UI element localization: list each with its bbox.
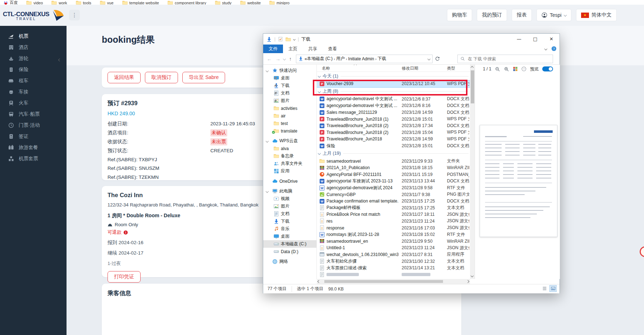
vertical-scroll-thumb[interactable] — [471, 70, 474, 103]
address-dropdown-icon[interactable] — [428, 57, 430, 60]
file-row[interactable] — [317, 271, 470, 278]
action-button-1[interactable]: 取消预订 — [145, 72, 178, 83]
close-button[interactable]: ✕ — [543, 34, 559, 44]
language-button[interactable]: ★简体中文 — [576, 9, 617, 21]
header-button-0[interactable]: 购物车 — [447, 9, 472, 21]
action-button-0[interactable]: 返回结果 — [108, 72, 141, 83]
tree-item-OneDrive[interactable]: OneDrive — [263, 177, 316, 185]
column-header-名称[interactable]: 名称 — [322, 66, 330, 71]
file-row[interactable]: PTraveleadBrochure_Jun2018 (1)2023/12/8 … — [317, 116, 470, 122]
group-header[interactable]: 上周 (8) — [317, 87, 470, 96]
tree-item-air[interactable]: air — [263, 112, 316, 120]
file-row[interactable]: AgencyPortal BFF-202111012023/11/1 15:19… — [317, 171, 470, 178]
tree-item-本地磁盘 (C:)[interactable]: 本地磁盘 (C:) — [263, 240, 316, 248]
bookmark-item[interactable]: website — [240, 0, 261, 5]
tree-item-下载[interactable]: 下载 — [263, 218, 316, 225]
breadcrumb-segment[interactable]: Initiate Admin — [348, 56, 374, 61]
tree-item-文档[interactable]: 文档 — [263, 89, 316, 97]
horizontal-scroll-thumb[interactable] — [324, 280, 443, 283]
file-row[interactable]: {}response2023/11/16 17:03JSON 源文件 — [317, 224, 470, 231]
file-row[interactable]: Wagencyportal-demotravel 中文测试 ...2023/12… — [317, 102, 470, 109]
tree-item-备忘录[interactable]: 备忘录 — [263, 152, 316, 160]
tree-chevron-icon[interactable] — [266, 190, 269, 192]
header-button-1[interactable]: 我的预订 — [477, 9, 507, 21]
sidebar-item-train[interactable]: 火车 — [0, 97, 67, 108]
minimize-button[interactable]: — — [511, 34, 527, 44]
tree-item-网络[interactable]: 网络 — [263, 258, 316, 265]
maximize-button[interactable]: □ — [527, 34, 543, 44]
print-voucher-button[interactable]: 打印凭证 — [108, 271, 141, 283]
file-row[interactable]: Wagencyportal-demotrave测试 20242023/11/28… — [317, 185, 470, 191]
tree-chevron-icon[interactable] — [266, 139, 269, 142]
file-row[interactable]: Package邮件模板2023/11/15 17:25文本文档 — [317, 205, 470, 211]
file-row[interactable]: Wagencyportal 车接测试 2023-11-132023/11/13 … — [317, 178, 470, 185]
qat-properties-icon[interactable] — [278, 37, 283, 42]
sidebar-item-cruise[interactable]: 游轮 — [0, 53, 67, 64]
bookmark-item[interactable]: video — [26, 0, 43, 5]
file-row[interactable]: Currency=GBP2023/11/7 9:38PNG 图片文件 — [317, 191, 470, 198]
file-row[interactable]: sesamedoortravel_en2023/11/29 9:50WinRAR… — [317, 238, 470, 245]
breadcrumb-segment[interactable]: 下载 — [378, 56, 386, 62]
file-row[interactable]: 火车票接口描述-搜索2023/11/14 13:21文本文档 — [317, 265, 470, 271]
group-chevron-icon[interactable] — [318, 75, 321, 78]
column-header-类型[interactable]: 类型 — [447, 66, 455, 71]
help-icon[interactable]: ? — [551, 46, 557, 51]
file-row[interactable]: WPackage confirmation email template...2… — [317, 198, 470, 205]
group-chevron-icon[interactable] — [318, 152, 321, 155]
qat-newfolder-icon[interactable] — [286, 37, 291, 42]
sidebar-item-transfer-car[interactable]: 车接 — [0, 86, 67, 97]
scroll-down-icon[interactable] — [471, 274, 474, 277]
large-icons-view-icon[interactable] — [549, 285, 557, 292]
explorer-titlebar[interactable]: | | 下载 — □ ✕ — [263, 34, 559, 45]
tree-item-文档[interactable]: 文档 — [263, 210, 316, 218]
ribbon-tab-主页[interactable]: 主页 — [283, 45, 303, 53]
tree-item-音乐[interactable]: 音乐 — [263, 225, 316, 233]
history-dropdown-icon[interactable] — [283, 57, 286, 60]
sidebar-item-plane[interactable]: 机票 — [0, 31, 67, 42]
sidebar-item-flight-pass[interactable]: 机票套票 — [0, 153, 67, 164]
ribbon-tab-共享[interactable]: 共享 — [303, 45, 323, 53]
file-row[interactable]: Wroomstays 测试 2023-11-282023/11/28 15:02… — [317, 231, 470, 238]
brand-logo[interactable]: CTL-CONNEXUS TRAVEL — [3, 7, 67, 25]
group-header[interactable]: 今天 (1) — [317, 72, 470, 80]
file-row[interactable]: wechat_devtools_1.06.2310080_win32...202… — [317, 251, 470, 258]
scroll-left-icon[interactable] — [318, 280, 320, 283]
header-menu-button[interactable]: ⋮ — [69, 10, 80, 20]
refresh-icon[interactable] — [435, 56, 440, 61]
bookmark-item[interactable]: study — [215, 0, 232, 5]
tree-item-translate[interactable]: translate — [263, 127, 316, 135]
tree-item-桌面[interactable]: 桌面 — [263, 74, 316, 82]
bookmark-item[interactable]: work — [51, 0, 67, 5]
bookmark-item[interactable]: minipro — [269, 0, 289, 5]
tree-item-共享文件夹[interactable]: 共享文件夹 — [263, 160, 316, 167]
vertical-scrollbar[interactable] — [470, 65, 475, 279]
file-row[interactable]: W保险2023/12/8 15:01DOCX 文档 — [317, 143, 470, 149]
sidebar-item-visa[interactable]: 签证 — [0, 131, 67, 142]
tree-item-此电脑[interactable]: 此电脑 — [263, 187, 316, 195]
search-input[interactable] — [467, 56, 543, 62]
address-bar[interactable]: « 本地磁盘 (C:)›用户›Initiate Admin›下载 — [296, 55, 433, 63]
tree-item-activities[interactable]: activities — [263, 104, 316, 112]
file-row[interactable]: {}Untitled-12023/11/23 11:24JSON 源文件 — [317, 245, 470, 251]
details-view-icon[interactable] — [541, 285, 548, 292]
group-header[interactable]: 上月 (19) — [317, 149, 470, 158]
scroll-right-icon[interactable] — [466, 280, 469, 283]
header-button-2[interactable]: 报表 — [512, 9, 532, 21]
page-layout-icon[interactable] — [513, 66, 518, 71]
up-icon[interactable]: ↑ — [289, 56, 292, 62]
file-row[interactable]: {}Price&Book Price not match2023/11/27 1… — [317, 211, 470, 218]
file-row[interactable]: 2021A_10_Publication2023/11/8 18:15WinRA… — [317, 164, 470, 171]
sidebar-item-hotel[interactable]: 酒店 — [0, 42, 67, 53]
tree-item-alva[interactable]: alva — [263, 145, 316, 152]
file-row[interactable]: WTraveleadBrochure_Jun2018 (2)2023/12/8 … — [317, 122, 470, 129]
file-row[interactable]: PVoucher-29392023/12/12 10:45WPS PDF 文..… — [317, 80, 470, 87]
group-chevron-icon[interactable] — [318, 90, 321, 93]
sidebar-item-rental-car[interactable]: 租车 — [0, 75, 67, 86]
zoom-out-icon[interactable] — [495, 66, 500, 72]
info-icon[interactable] — [123, 230, 128, 235]
tree-item-Data (D:)[interactable]: Data (D:) — [263, 248, 316, 255]
qat-customize-icon[interactable] — [293, 38, 296, 40]
sidebar-item-travel-package[interactable]: 旅游套餐 — [0, 142, 67, 153]
sidebar-item-bus-ferry[interactable]: 汽车·船票 — [0, 108, 67, 120]
tree-item-下载[interactable]: 下载 — [263, 82, 316, 89]
